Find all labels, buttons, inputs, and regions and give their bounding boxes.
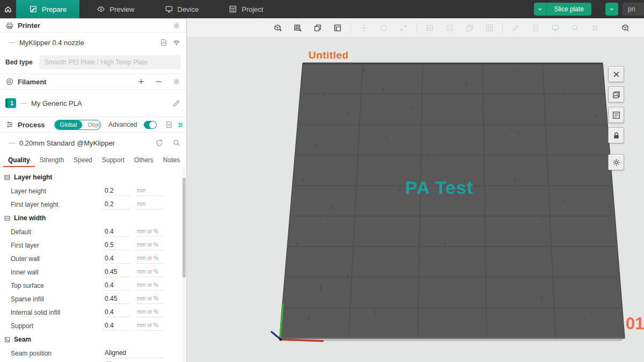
param-row: Outer wall 0.4 mm or %: [0, 252, 186, 265]
tab-prepare[interactable]: Prepare: [16, 0, 79, 18]
tab-preview[interactable]: Preview: [84, 0, 147, 18]
param-row: Support 0.4 mm or %: [0, 319, 186, 332]
edit-preset-icon[interactable]: [159, 38, 168, 47]
image-stack-icon: [612, 90, 621, 99]
scrollbar-thumb[interactable]: [182, 178, 186, 278]
line-width-icon: [4, 215, 11, 222]
param-label: First layer: [11, 242, 103, 249]
advanced-toggle[interactable]: [144, 121, 157, 129]
segment-global[interactable]: Global: [55, 120, 83, 129]
plate-action-buttons: [608, 66, 624, 170]
tab-quality[interactable]: Quality: [3, 156, 35, 167]
param-value-input[interactable]: 0.4: [103, 227, 130, 237]
tab-label: Project: [241, 5, 263, 13]
param-label: Default: [11, 228, 103, 236]
plate-settings-button[interactable]: [608, 154, 624, 170]
chevron-down-icon: [609, 6, 615, 12]
bed-type-row: Bed type Smooth PEI Plate / High Temp Pl…: [0, 52, 186, 73]
printer-section-header: Printer: [0, 19, 186, 33]
advanced-label: Advanced: [108, 121, 137, 128]
tab-project[interactable]: Project: [216, 0, 276, 18]
edit-filament-icon[interactable]: [172, 99, 181, 107]
process-tabs: Quality Strength Speed Support Others No…: [0, 153, 186, 167]
home-icon: [4, 5, 12, 13]
section-line-width[interactable]: Line width: [0, 211, 186, 225]
section-layer-height[interactable]: Layer height: [0, 170, 186, 184]
param-label: Top surface: [11, 282, 103, 289]
close-icon: [612, 70, 621, 79]
param-unit: mm or %: [136, 267, 164, 277]
left-sidebar: Printer MyKlipper 0.4 nozzle Bed type Sm…: [0, 18, 187, 362]
lock-plate-button[interactable]: [608, 127, 624, 143]
param-unit: mm or %: [136, 294, 164, 304]
slice-plate-button[interactable]: Slice plate: [547, 3, 591, 16]
param-label: Layer height: [11, 187, 103, 195]
sidebar-scrollbar[interactable]: [182, 167, 186, 362]
printer-preset-row[interactable]: MyKlipper 0.4 nozzle: [0, 33, 186, 52]
preview-icon: [97, 5, 105, 13]
section-title: Seam: [14, 336, 31, 343]
reset-preset-icon[interactable]: [155, 139, 164, 147]
compare-presets-icon[interactable]: [165, 120, 173, 129]
tab-label: Preview: [109, 5, 134, 13]
tab-strength[interactable]: Strength: [35, 156, 69, 167]
param-value-input[interactable]: 0.2: [103, 186, 130, 196]
print-options-dropdown[interactable]: [605, 3, 618, 16]
prepare-icon: [29, 5, 38, 13]
param-unit: mm or %: [136, 307, 164, 317]
filament-item-row[interactable]: 1 My Generic PLA: [0, 90, 186, 117]
list-icon: [612, 111, 621, 120]
param-row: Top surface 0.4 mm or %: [0, 279, 186, 292]
delete-plate-button[interactable]: [608, 66, 624, 82]
viewport-3d[interactable]: Untitled: [187, 18, 644, 362]
print-button[interactable]: pri: [623, 3, 644, 16]
param-label: Sparse infill: [11, 295, 103, 303]
gear-icon: [612, 158, 621, 167]
slice-options-dropdown[interactable]: [534, 3, 547, 16]
param-value-input[interactable]: 0.2: [103, 199, 130, 209]
parameter-table-icon[interactable]: [177, 121, 184, 128]
param-value-input[interactable]: 0.4: [103, 280, 130, 291]
tab-support[interactable]: Support: [97, 156, 129, 167]
param-value-input[interactable]: 0.45: [103, 294, 130, 304]
tab-speed[interactable]: Speed: [69, 156, 97, 167]
plate-label-pa-test: PA Test: [405, 177, 473, 198]
section-seam[interactable]: Seam: [0, 332, 186, 346]
remove-filament-icon[interactable]: [155, 77, 163, 86]
plate-name-button[interactable]: [608, 107, 624, 123]
param-label: Outer wall: [11, 255, 103, 263]
param-value-input[interactable]: 0.4: [103, 307, 130, 317]
connection-wifi-icon[interactable]: [172, 38, 181, 47]
param-row: Sparse infill 0.45 mm or %: [0, 292, 186, 306]
tab-others[interactable]: Others: [129, 156, 158, 167]
add-filament-icon[interactable]: [137, 77, 145, 86]
tab-notes[interactable]: Notes: [158, 156, 185, 167]
param-value-input[interactable]: 0.45: [103, 267, 130, 277]
param-row: Seam position Aligned: [0, 346, 186, 360]
param-row: Inner wall 0.45 mm or %: [0, 265, 186, 279]
param-value-input[interactable]: 0.4: [103, 321, 130, 331]
filament-settings-icon[interactable]: [172, 77, 181, 86]
param-value-input[interactable]: 0.4: [103, 254, 130, 264]
home-button[interactable]: [0, 0, 16, 18]
process-preset-row[interactable]: 0.20mm Standard @MyKlipper: [0, 133, 186, 153]
param-row: Internal solid infill 0.4 mm or %: [0, 306, 186, 319]
tree-connector: [20, 103, 27, 104]
process-preset-name: 0.20mm Standard @MyKlipper: [19, 139, 115, 147]
section-title: Layer height: [14, 173, 52, 181]
topbar-actions: Slice plate pri: [534, 0, 644, 18]
segment-objects[interactable]: Objects: [82, 120, 101, 129]
tab-device[interactable]: Device: [152, 0, 212, 18]
section-title: Line width: [14, 214, 46, 222]
search-params-icon[interactable]: [172, 139, 181, 147]
printer-settings-gear-icon[interactable]: [172, 21, 181, 30]
process-icon: [5, 120, 14, 129]
layer-height-icon: [4, 174, 11, 181]
param-value-input[interactable]: 0.5: [103, 240, 130, 250]
orient-plate-button[interactable]: [608, 86, 624, 103]
param-value-select[interactable]: Aligned: [103, 348, 164, 358]
param-unit: mm or %: [136, 227, 164, 237]
bed-type-select[interactable]: Smooth PEI Plate / High Temp Plate: [39, 55, 181, 69]
printer-icon: [5, 21, 14, 30]
tree-connector: [9, 143, 15, 143]
